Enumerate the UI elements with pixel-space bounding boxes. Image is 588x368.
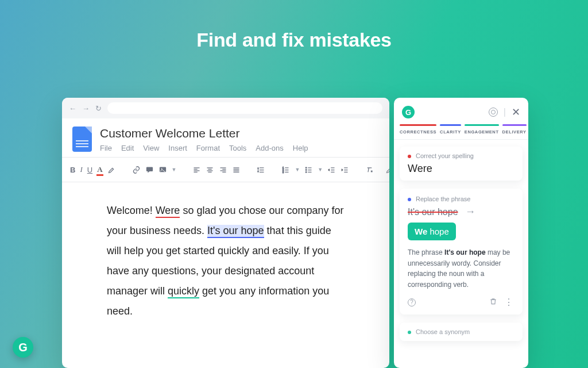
- card-title: Correct your spelling: [416, 152, 474, 159]
- menu-tools[interactable]: Tools: [229, 144, 246, 152]
- close-icon[interactable]: ✕: [512, 106, 520, 118]
- menu-insert[interactable]: Insert: [168, 144, 187, 152]
- suggestion-card-replace[interactable]: Replace the phrase It's our hope → We ho…: [400, 189, 523, 315]
- document-body[interactable]: Welcome! Were so glad you chose our comp…: [62, 182, 389, 334]
- more-icon[interactable]: ⋮: [504, 297, 514, 308]
- nav-forward-icon[interactable]: →: [82, 104, 90, 113]
- text-color-icon[interactable]: A: [97, 165, 102, 174]
- help-icon[interactable]: ?: [408, 298, 416, 306]
- formatting-toolbar: B I U A ▼: [62, 157, 389, 182]
- italic-icon[interactable]: I: [80, 165, 82, 174]
- replacement-chip[interactable]: We hope: [408, 223, 456, 240]
- hero-headline: Find and fix mistakes: [0, 29, 588, 51]
- grammarly-panel: G | ✕ CORRECTNESS CLARITY ENGAGEMENT DEL…: [394, 98, 528, 368]
- grammarly-fab-icon[interactable]: G: [13, 337, 33, 358]
- underline-icon[interactable]: U: [87, 166, 92, 174]
- outdent-icon[interactable]: [327, 166, 336, 174]
- card-word: Were: [408, 163, 514, 175]
- menu-view[interactable]: View: [143, 144, 159, 152]
- menu-file[interactable]: File: [100, 144, 112, 152]
- menu-bar: File Edit View Insert Format Tools Add-o…: [100, 144, 379, 152]
- category-tabs: CORRECTNESS CLARITY ENGAGEMENT DELIVERY: [394, 124, 528, 140]
- svg-point-7: [306, 169, 307, 170]
- menu-format[interactable]: Format: [196, 144, 220, 152]
- svg-rect-0: [146, 167, 152, 171]
- card-title: Choose a synonym: [416, 328, 470, 335]
- tab-engagement[interactable]: ENGAGEMENT: [465, 124, 499, 135]
- original-phrase: It's our hope: [408, 207, 458, 217]
- link-icon[interactable]: [132, 166, 141, 174]
- menu-addons[interactable]: Add-ons: [256, 144, 283, 152]
- card-description: The phrase It's our hope may be unnecess…: [408, 247, 514, 290]
- align-left-icon[interactable]: [192, 166, 201, 174]
- trash-icon[interactable]: [489, 297, 497, 308]
- comment-icon[interactable]: [145, 166, 154, 174]
- browser-window: ← → ↻ Customer Welcome Letter File Edit …: [62, 98, 389, 368]
- clear-formatting-icon[interactable]: [365, 166, 374, 174]
- menu-edit[interactable]: Edit: [121, 144, 134, 152]
- tab-correctness[interactable]: CORRECTNESS: [400, 124, 436, 135]
- body-text: Welcome!: [107, 205, 156, 216]
- numbered-list-icon[interactable]: 123: [281, 166, 290, 174]
- svg-point-8: [306, 171, 307, 172]
- menu-help[interactable]: Help: [293, 144, 308, 152]
- image-icon[interactable]: [158, 166, 167, 174]
- spelling-error[interactable]: Were: [156, 205, 180, 218]
- bullet-list-icon[interactable]: [304, 166, 313, 174]
- address-bar[interactable]: [107, 102, 382, 114]
- svg-text:3: 3: [283, 171, 284, 173]
- engagement-issue[interactable]: quickly: [168, 285, 199, 298]
- document-title[interactable]: Customer Welcome Letter: [100, 126, 379, 140]
- clarity-issue[interactable]: It's our hope: [207, 225, 264, 238]
- highlight-icon[interactable]: [107, 166, 116, 174]
- svg-point-6: [306, 167, 307, 168]
- goals-icon[interactable]: [489, 108, 498, 117]
- tab-delivery[interactable]: DELIVERY: [502, 124, 527, 135]
- indent-icon[interactable]: [341, 166, 349, 174]
- suggestion-card-spelling[interactable]: Correct your spelling Were: [400, 147, 523, 181]
- suggestion-card-synonym[interactable]: Choose a synonym: [400, 323, 523, 341]
- image-dropdown-icon[interactable]: ▼: [172, 167, 177, 172]
- browser-toolbar: ← → ↻: [62, 98, 389, 118]
- nav-back-icon[interactable]: ←: [69, 104, 76, 113]
- card-title: Replace the phrase: [416, 195, 470, 202]
- list-dropdown-icon[interactable]: ▼: [295, 167, 300, 172]
- editing-mode-icon[interactable]: [385, 166, 389, 174]
- arrow-right-icon: →: [465, 206, 475, 217]
- grammarly-logo-icon: G: [402, 106, 415, 118]
- bold-icon[interactable]: B: [70, 166, 75, 174]
- line-spacing-icon[interactable]: [257, 166, 265, 174]
- tab-clarity[interactable]: CLARITY: [440, 124, 461, 135]
- nav-reload-icon[interactable]: ↻: [95, 104, 102, 113]
- bullet-dropdown-icon[interactable]: ▼: [318, 167, 323, 172]
- google-docs-icon: [72, 126, 92, 152]
- align-justify-icon[interactable]: [232, 166, 241, 174]
- align-right-icon[interactable]: [219, 166, 227, 174]
- svg-point-2: [161, 168, 162, 169]
- align-center-icon[interactable]: [206, 166, 214, 174]
